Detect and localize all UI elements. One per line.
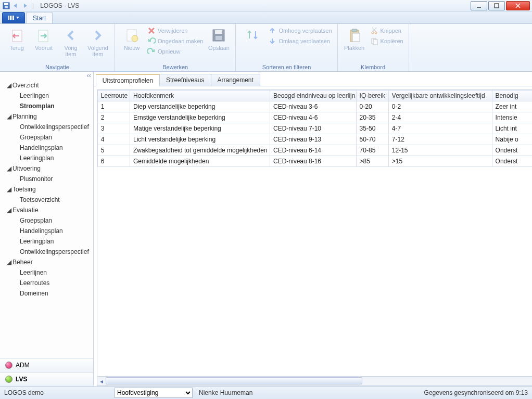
document-tabs: Uitstroomprofielen Streefniveaus Arrange… [94, 72, 532, 86]
caret-down-icon: ◢ [6, 166, 11, 171]
move-down-button[interactable]: Omlaag verplaatsen [267, 36, 333, 46]
col-eindniveau[interactable]: Beoogd eindniveau op leerlijn [270, 91, 356, 101]
next-item-button[interactable]: Volgend item [85, 26, 110, 63]
sort-icon [244, 27, 261, 44]
tree-item-leerlingen[interactable]: Leerlingen [0, 91, 93, 101]
ribbon-tab-start[interactable]: Start [26, 12, 53, 23]
scissors-icon [370, 27, 378, 35]
col-hoofdkenmerk[interactable]: Hoofdkenmerk [130, 91, 270, 101]
tree-section-overzicht[interactable]: ◢Overzicht [0, 80, 93, 91]
col-ontwikkelingsleeftijd[interactable]: Vergelijkbare ontwikkelingsleeftijd [388, 91, 492, 101]
module-tab-adm[interactable]: ADM [0, 358, 93, 372]
new-page-icon [123, 27, 140, 44]
tree-item-domeinen[interactable]: Domeinen [0, 288, 93, 299]
tree-section-uitvoering[interactable]: ◢Uitvoering [0, 163, 93, 174]
svg-rect-18 [352, 33, 360, 42]
caret-down-icon: ◢ [6, 208, 11, 213]
location-select-wrapper: Hoofdvestiging [115, 388, 193, 398]
paste-button[interactable]: Plakken [342, 26, 367, 63]
tree-item-stroomplan[interactable]: Stroomplan [0, 101, 93, 111]
ribbon-group-edit: Nieuw Verwijderen Ongedaan maken Opnieuw… [115, 24, 236, 71]
minimize-button[interactable] [471, 1, 487, 10]
ribbon-group-sort: Omhoog verplaatsen Omlaag verplaatsen So… [236, 24, 337, 71]
table-row[interactable]: 2Ernstige verstandelijke beperkingCED-ni… [97, 112, 532, 123]
close-button[interactable] [506, 1, 530, 10]
tree-item-ontwikkelingsperspectief-eval[interactable]: Ontwikkelingsperspectief [0, 247, 93, 257]
doc-tab-arrangement[interactable]: Arrangement [211, 74, 260, 86]
forward-button[interactable]: Vooruit [31, 26, 56, 63]
arrow-up-icon [268, 27, 276, 35]
location-select[interactable]: Hoofdvestiging [115, 388, 193, 398]
svg-rect-1 [4, 3, 8, 5]
col-iq-bereik[interactable]: IQ-bereik [356, 91, 388, 101]
redo-button[interactable]: Opnieuw [146, 47, 204, 56]
table-row[interactable]: 3Matige verstandelijke beperkingCED-nive… [97, 123, 532, 134]
tree-section-evaluatie[interactable]: ◢Evaluatie [0, 205, 93, 215]
table-row[interactable]: 6Gemiddelde mogelijkhedenCED-niveau 8-16… [97, 156, 532, 167]
col-leerroute[interactable]: Leerroute [97, 91, 130, 101]
scroll-left-icon[interactable]: ◂ [97, 377, 106, 385]
undo-icon [147, 37, 156, 45]
module-tabs: ADM LVS [0, 358, 93, 386]
arrow-right-page-icon [35, 27, 52, 44]
scroll-thumb[interactable] [106, 377, 362, 384]
copy-button[interactable]: Kopiëren [369, 36, 404, 46]
tree-section-beheer[interactable]: ◢Beheer [0, 257, 93, 267]
svg-rect-2 [5, 6, 8, 8]
delete-x-icon [147, 27, 156, 35]
file-menu-button[interactable] [2, 12, 25, 23]
tree-item-leerroutes[interactable]: Leerroutes [0, 278, 93, 288]
col-benodigd[interactable]: Benodig [492, 91, 532, 101]
data-grid[interactable]: Leerroute Hoofdkenmerk Beoogd eindniveau… [97, 89, 532, 377]
horizontal-scrollbar[interactable]: ◂ ▸ [97, 377, 532, 386]
table-row[interactable]: 4Licht verstandelijke beperkingCED-nivea… [97, 134, 532, 145]
sidebar-collapse-icon[interactable]: ‹‹ [0, 72, 93, 79]
arrow-left-page-icon [8, 27, 25, 44]
cut-button[interactable]: Knippen [369, 26, 404, 35]
module-tab-lvs[interactable]: LVS [0, 372, 93, 386]
tree-item-plusmonitor[interactable]: Plusmonitor [0, 174, 93, 184]
back-button[interactable]: Terug [4, 26, 29, 63]
prev-item-button[interactable]: Vorig item [58, 26, 83, 63]
new-button[interactable]: Nieuw [119, 26, 144, 63]
tree-item-leerlijnen[interactable]: Leerlijnen [0, 267, 93, 278]
delete-button[interactable]: Verwijderen [146, 26, 204, 35]
maximize-button[interactable] [488, 1, 505, 10]
svg-rect-15 [216, 36, 222, 40]
tree-item-leerlingplan[interactable]: Leerlingplan [0, 153, 93, 163]
tree-item-groepsplan-eval[interactable]: Groepsplan [0, 215, 93, 226]
table-header-row: Leerroute Hoofdkenmerk Beoogd eindniveau… [97, 91, 532, 101]
green-dot-icon [5, 376, 12, 383]
sort-button[interactable] [240, 26, 265, 63]
doc-tab-streefniveaus[interactable]: Streefniveaus [159, 74, 211, 86]
undo-quick-icon[interactable] [11, 2, 20, 10]
tree-item-handelingsplan[interactable]: Handelingsplan [0, 143, 93, 153]
svg-point-19 [372, 32, 374, 34]
tree-item-ontwikkelingsperspectief[interactable]: Ontwikkelingsperspectief [0, 122, 93, 132]
statusbar: LOGOS demo Hoofdvestiging Nienke Huurnem… [0, 386, 532, 399]
status-user: Nienke Huurneman [199, 389, 252, 396]
status-sync: Gegevens gesynchroniseerd om 9:13 [424, 389, 528, 396]
undo-button[interactable]: Ongedaan maken [146, 36, 204, 46]
tree-section-toetsing[interactable]: ◢Toetsing [0, 184, 93, 195]
tree-item-leerlingplan-eval[interactable]: Leerlingplan [0, 236, 93, 247]
tree-item-handelingsplan-eval[interactable]: Handelingsplan [0, 226, 93, 236]
tree-section-planning[interactable]: ◢Planning [0, 111, 93, 122]
table-row[interactable]: 5Zwakbegaafdheid tot gemiddelde mogelijk… [97, 145, 532, 156]
content-area: Uitstroomprofielen Streefniveaus Arrange… [94, 72, 532, 386]
redo-icon [147, 47, 156, 56]
caret-down-icon: ◢ [6, 83, 11, 88]
table-row[interactable]: 1Diep verstandelijke beperkingCED-niveau… [97, 101, 532, 112]
tree-item-toetsoverzicht[interactable]: Toetsoverzicht [0, 195, 93, 205]
ribbon-group-nav: Terug Vooruit Vorig item Volgend item Na… [0, 24, 115, 71]
svg-rect-24 [373, 40, 377, 45]
redo-quick-icon[interactable] [21, 2, 29, 10]
save-icon[interactable] [2, 2, 10, 10]
status-tenant: LOGOS demo [4, 389, 108, 396]
ribbon: Terug Vooruit Vorig item Volgend item Na… [0, 24, 532, 72]
doc-tab-uitstroomprofielen[interactable]: Uitstroomprofielen [96, 74, 160, 86]
move-up-button[interactable]: Omhoog verplaatsen [267, 26, 333, 35]
save-button[interactable]: Opslaan [206, 26, 231, 63]
tree-item-groepsplan[interactable]: Groepsplan [0, 132, 93, 143]
ribbon-tabrow: Start [0, 11, 532, 24]
